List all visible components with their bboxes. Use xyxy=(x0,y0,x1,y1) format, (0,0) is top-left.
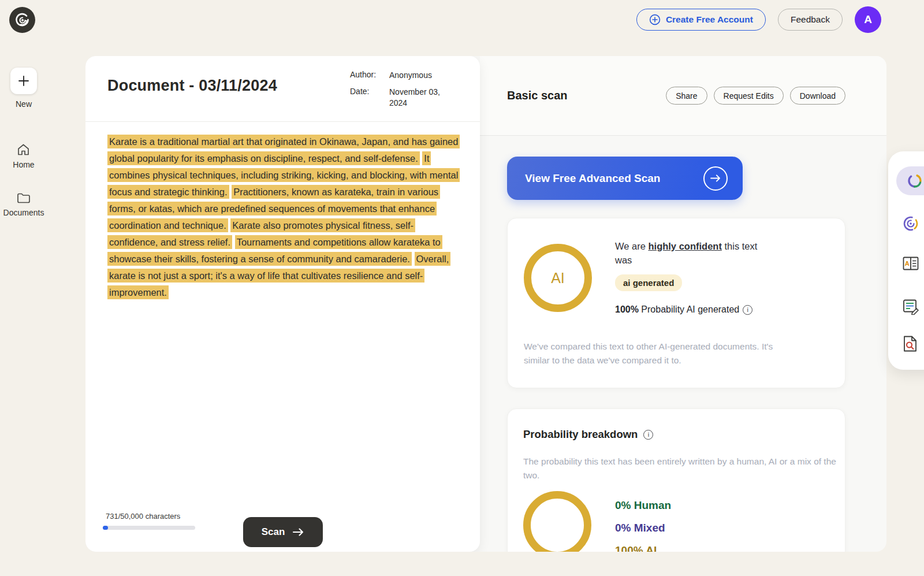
probability-caption: Probability AI generated xyxy=(639,304,739,314)
advanced-scan-label: View Free Advanced Scan xyxy=(525,172,660,185)
comparison-note: We've compared this text to other AI-gen… xyxy=(524,340,801,367)
sidebar-item-documents[interactable]: Documents xyxy=(3,192,44,217)
feedback-label: Feedback xyxy=(791,14,830,25)
logo-spiral-icon xyxy=(14,12,31,29)
author-label: Author: xyxy=(350,70,386,81)
gptzero-logo[interactable] xyxy=(9,7,35,33)
tool-reader[interactable]: A xyxy=(902,256,919,273)
confidence-card: AI We are highly confident this text was… xyxy=(507,218,845,388)
sidebar-item-home[interactable]: Home xyxy=(13,143,34,169)
breakdown-title: Probability breakdown xyxy=(523,428,638,441)
probability-line: 100% Probability AI generated i xyxy=(615,304,759,315)
date-value: November 03, 2024 xyxy=(389,87,457,109)
scan-button-label: Scan xyxy=(262,526,285,538)
share-button[interactable]: Share xyxy=(666,87,707,105)
main-content: Document - 03/11/2024 Author: Anonymous … xyxy=(85,56,886,552)
character-counter: 731/50,000 characters xyxy=(106,512,180,521)
document-header: Document - 03/11/2024 Author: Anonymous … xyxy=(85,56,480,122)
new-label: New xyxy=(16,99,32,109)
tool-basic-scan[interactable] xyxy=(896,166,924,195)
new-document-button[interactable] xyxy=(10,68,37,94)
home-label: Home xyxy=(13,160,34,169)
ai-ring-gauge: AI xyxy=(524,244,592,312)
sidebar: New Home Documents xyxy=(0,68,47,217)
plus-circle-icon xyxy=(649,14,661,25)
writing-feedback-icon xyxy=(902,299,919,315)
highlighted-sentence: Karate is a traditional martial art that… xyxy=(107,135,460,165)
scan-content: View Free Advanced Scan AI We are highly… xyxy=(480,136,886,552)
feedback-button[interactable]: Feedback xyxy=(778,9,843,31)
breakdown-info-icon[interactable]: i xyxy=(643,430,653,440)
svg-text:A: A xyxy=(905,260,910,267)
tool-writing-feedback[interactable] xyxy=(902,299,919,316)
character-progress-bar xyxy=(103,526,195,530)
download-button[interactable]: Download xyxy=(790,87,845,105)
info-icon[interactable]: i xyxy=(743,305,752,315)
scan-button[interactable]: Scan xyxy=(243,517,323,547)
reader-book-icon: A xyxy=(902,256,919,271)
document-meta: Author: Anonymous Date: November 03, 202… xyxy=(350,70,457,109)
tool-source-finder[interactable] xyxy=(902,335,919,352)
confidence-emphasis: highly confident xyxy=(648,241,721,251)
probability-percent: 100% xyxy=(615,304,639,314)
confidence-text-block: We are highly confident this text was ai… xyxy=(615,239,759,315)
breakdown-title-row: Probability breakdown i xyxy=(523,428,653,441)
legend-mixed: 0% Mixed xyxy=(615,522,671,534)
document-panel: Document - 03/11/2024 Author: Anonymous … xyxy=(85,56,480,552)
topbar-actions: Create Free Account Feedback A xyxy=(636,6,881,33)
basic-scan-icon xyxy=(906,172,923,189)
scan-title: Basic scan xyxy=(507,89,568,102)
advanced-scan-icon xyxy=(902,215,919,232)
create-free-account-button[interactable]: Create Free Account xyxy=(636,9,766,31)
probability-breakdown-card: Probability breakdown i The probability … xyxy=(507,408,845,552)
request-edits-button[interactable]: Request Edits xyxy=(714,87,784,105)
documents-label: Documents xyxy=(3,208,44,217)
arrow-circle-icon xyxy=(703,166,728,191)
plus-icon xyxy=(17,75,30,87)
tools-rail: A xyxy=(888,151,924,370)
ai-generated-badge: ai generated xyxy=(615,274,682,291)
source-finder-icon xyxy=(902,335,918,352)
user-avatar[interactable]: A xyxy=(855,6,881,33)
ai-ring-label: AI xyxy=(551,270,565,287)
home-icon xyxy=(17,143,30,156)
author-value: Anonymous xyxy=(389,70,457,81)
legend-ai: 100% AI xyxy=(615,544,671,552)
scan-panel: Basic scan Share Request Edits Download … xyxy=(480,56,886,552)
breakdown-legend: 0% Human 0% Mixed 100% AI xyxy=(615,499,671,552)
avatar-letter: A xyxy=(864,13,872,26)
tool-advanced-scan[interactable] xyxy=(902,215,919,232)
create-account-label: Create Free Account xyxy=(666,14,753,25)
breakdown-description: The probability this text has been entir… xyxy=(523,455,838,482)
view-advanced-scan-button[interactable]: View Free Advanced Scan xyxy=(507,157,743,200)
document-body: Karate is a traditional martial art that… xyxy=(85,122,480,301)
confidence-line: We are highly confident this text was xyxy=(615,239,759,267)
scan-actions: Share Request Edits Download xyxy=(666,87,845,105)
document-footer: 731/50,000 characters Scan xyxy=(85,491,480,552)
date-label: Date: xyxy=(350,87,386,109)
document-text[interactable]: Karate is a traditional martial art that… xyxy=(107,133,460,301)
character-progress-fill xyxy=(103,526,108,530)
scan-header: Basic scan Share Request Edits Download xyxy=(480,56,886,136)
arrow-right-icon xyxy=(292,527,304,537)
legend-human: 0% Human xyxy=(615,499,671,512)
folder-icon xyxy=(17,192,31,204)
breakdown-ring-chart xyxy=(523,491,591,552)
